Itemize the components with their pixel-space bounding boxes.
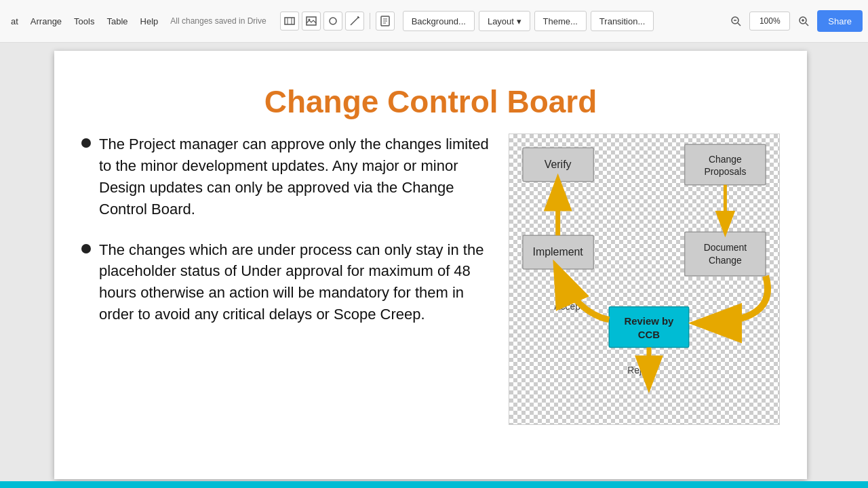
svg-line-6	[351, 17, 359, 25]
menu-table[interactable]: Table	[101, 14, 133, 29]
menu-help[interactable]: Help	[135, 14, 164, 29]
document-change-label-1: Document	[704, 242, 747, 253]
slide-controls: Background... Layout ▾ Theme... Transiti…	[403, 11, 654, 31]
svg-line-15	[738, 23, 741, 26]
zoom-level[interactable]: 100%	[749, 12, 790, 30]
zoom-in-icon[interactable]	[794, 12, 813, 30]
svg-rect-3	[307, 17, 316, 25]
layout-button[interactable]: Layout ▾	[479, 11, 530, 31]
bullet-item-2: The changes which are under process can …	[81, 239, 495, 326]
textbox-icon[interactable]	[280, 12, 299, 30]
image-icon[interactable]	[302, 12, 321, 30]
shape-icon[interactable]	[323, 12, 342, 30]
line-icon[interactable]	[345, 12, 364, 30]
bullet-text-2: The changes which are under process can …	[99, 239, 495, 326]
menu-area: at Arrange Tools Table Help All changes …	[5, 14, 267, 29]
bullet-item-1: The Project manager can approve only the…	[81, 134, 495, 220]
svg-rect-0	[285, 18, 294, 24]
svg-point-5	[330, 18, 336, 24]
slide-title: Change Control Board	[54, 51, 807, 134]
theme-button[interactable]: Theme...	[534, 11, 587, 31]
bullet-dot-1	[81, 138, 91, 148]
slide-canvas: Change Control Board The Project manager…	[54, 51, 807, 479]
review-ccb-label-2: CCB	[638, 329, 660, 340]
review-ccb-box	[609, 307, 688, 348]
menu-arrange[interactable]: Arrange	[25, 14, 67, 29]
transition-button[interactable]: Transition...	[591, 11, 654, 31]
canvas-background: Change Control Board The Project manager…	[0, 43, 868, 488]
document-change-box	[685, 232, 766, 276]
document-change-label-2: Change	[709, 255, 742, 266]
implement-label: Implement	[533, 246, 584, 258]
zoom-out-icon[interactable]	[726, 12, 745, 30]
separator-1	[370, 13, 370, 29]
diagram-svg: Verify Change Proposals Implement Docume…	[509, 134, 779, 424]
menu-at[interactable]: at	[5, 14, 24, 29]
review-ccb-label-1: Review by	[625, 315, 675, 327]
arrow-document-to-review	[702, 276, 768, 323]
icon-buttons	[280, 12, 395, 30]
toolbar-right: 100% Share	[726, 10, 863, 32]
ccb-diagram[interactable]: Verify Change Proposals Implement Docume…	[509, 134, 780, 425]
toolbar: at Arrange Tools Table Help All changes …	[0, 0, 868, 43]
verify-label: Verify	[545, 159, 572, 170]
notes-icon[interactable]	[376, 12, 395, 30]
bullet-list: The Project manager can approve only the…	[81, 134, 495, 425]
bottom-bar	[0, 481, 868, 488]
bullet-dot-2	[81, 244, 91, 253]
change-proposals-label-2: Proposals	[704, 166, 746, 177]
autosave-status: All changes saved in Drive	[170, 16, 266, 26]
svg-line-19	[806, 23, 808, 26]
slide-body: The Project manager can approve only the…	[54, 134, 807, 425]
bullet-text-1: The Project manager can approve only the…	[99, 134, 495, 220]
change-proposals-label-1: Change	[709, 154, 742, 165]
menu-tools[interactable]: Tools	[68, 14, 100, 29]
share-button[interactable]: Share	[817, 10, 863, 32]
arrow-accept-to-implement	[558, 270, 610, 320]
background-button[interactable]: Background...	[403, 11, 475, 31]
